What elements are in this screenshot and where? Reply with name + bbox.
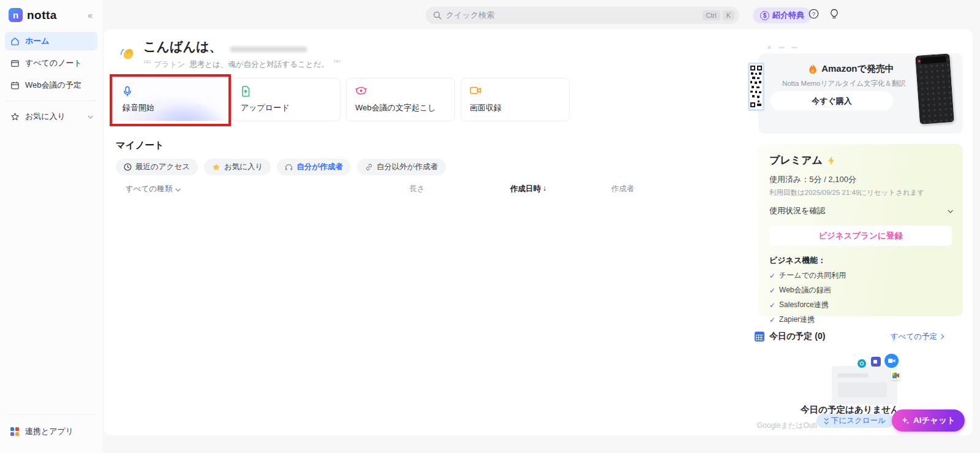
ai-chat-label: AIチャット: [913, 415, 956, 426]
sidebar-item-label: すべてのノート: [25, 58, 82, 69]
all-schedule-link[interactable]: すべての予定: [891, 332, 943, 342]
home-icon: [10, 37, 20, 46]
screen-record-card[interactable]: 画面収録: [461, 78, 570, 121]
all-schedule-label: すべての予定: [891, 332, 937, 342]
fire-icon: [809, 64, 817, 74]
mynotes-title: マイノート: [116, 139, 164, 152]
close-icon: ×: [767, 43, 772, 52]
feature-label: Zapier連携: [779, 314, 815, 325]
sidebar: n notta « ホーム すべてのノート Web会議の予定 お気に入り: [0, 0, 102, 453]
headphones-icon: [285, 164, 293, 171]
business-features-title: ビジネス機能：: [769, 255, 952, 266]
daily-quote: ““ プラトン 思考とは、魂が自分と対話することだ。 ””: [143, 59, 339, 70]
feature-item: ✓Web会議の録画: [769, 285, 952, 295]
sidebar-divider: [6, 101, 96, 101]
sidebar-item-integrations[interactable]: 連携とアプリ: [5, 422, 97, 441]
star-filled-icon: [212, 163, 221, 171]
action-label: 画面収録: [470, 102, 560, 113]
meeting-bot-icon: [355, 86, 367, 96]
schedule-calendar-icon: [755, 332, 764, 341]
scroll-down-button[interactable]: 下にスクロール: [816, 414, 894, 428]
filter-label: お気に入り: [224, 162, 263, 172]
usage-status-toggle[interactable]: 使用状況を確認: [769, 205, 952, 216]
check-icon: ✓: [769, 301, 775, 310]
chevron-down-icon: [948, 208, 952, 213]
key-ctrl: Ctrl: [703, 10, 720, 20]
hint-left: GoogleまたはOutl: [757, 421, 817, 431]
referral-label: 紹介特典: [772, 10, 804, 21]
feature-label: Web会議の録画: [779, 285, 831, 295]
sidebar-item-favorites[interactable]: お気に入り: [5, 107, 97, 126]
feature-label: Salesforce連携: [779, 300, 829, 310]
ai-chat-button[interactable]: AIチャット: [892, 409, 965, 432]
buy-now-button[interactable]: 今すぐ購入: [771, 91, 893, 110]
check-icon: ✓: [769, 272, 775, 280]
upload-card[interactable]: アップロード: [232, 78, 341, 121]
upload-file-icon: [241, 86, 251, 97]
microphone-icon: [123, 86, 132, 97]
premium-title: プレミアム: [769, 153, 823, 167]
notes-icon: [10, 59, 20, 68]
search-placeholder: クイック検索: [446, 10, 494, 21]
sidebar-footer-divider: [7, 414, 95, 415]
google-meet-icon: [891, 371, 900, 380]
double-chevron-down-icon: [824, 417, 827, 424]
search-shortcut: Ctrl K: [703, 10, 734, 20]
action-label: 録音開始: [123, 102, 217, 113]
promo-subtitle: Notta Memoリアルタイム文字化＆翻訳: [768, 79, 920, 88]
web-meeting-transcribe-card[interactable]: Web会議の文字起こし: [346, 78, 455, 121]
filter-created-by-me[interactable]: 自分が作成者: [277, 159, 350, 175]
sidebar-item-home[interactable]: ホーム: [5, 32, 97, 50]
mynotes-filters: 最近のアクセス お気に入り 自分が作成者 自分以外が作成者: [116, 159, 446, 175]
search-input[interactable]: クイック検索 Ctrl K: [426, 7, 739, 24]
quote-author: プラトン: [154, 59, 185, 70]
promo-close-button[interactable]: ×: [767, 43, 797, 52]
filter-favorites[interactable]: お気に入り: [204, 159, 271, 175]
start-recording-card[interactable]: 録音開始: [113, 78, 226, 121]
promo-title: Amazonで発売中: [821, 63, 894, 75]
teams-icon: [871, 357, 881, 367]
screen-record-icon: [470, 86, 481, 95]
feature-item: ✓Zapier連携: [769, 314, 952, 325]
apps-grid-icon: [10, 427, 20, 436]
column-header-length[interactable]: 長さ: [409, 184, 424, 194]
notta-memo-promo-banner[interactable]: × Amazonで発売中 Notta Memoリアルタイム文字化＆翻訳 今すぐ購…: [758, 53, 963, 134]
type-filter-label: すべての種類: [126, 184, 172, 194]
calendar-icon: [10, 81, 20, 90]
filter-label: 自分以外が作成者: [377, 162, 438, 172]
promo-dash: [778, 47, 785, 48]
help-icon[interactable]: ?: [809, 9, 819, 21]
filter-created-by-others[interactable]: 自分以外が作成者: [357, 159, 446, 175]
greeting-section: こんばんは、 ““ プラトン 思考とは、魂が自分と対話することだ。 ””: [119, 38, 339, 70]
feature-item: ✓Salesforce連携: [769, 300, 952, 310]
qr-code: [748, 63, 764, 111]
referral-bonus-button[interactable]: $ 紹介特典: [753, 7, 812, 23]
business-plan-signup-button[interactable]: ビジネスプランに登録: [769, 226, 952, 246]
column-header-created-at[interactable]: 作成日時 ↓: [510, 184, 546, 194]
column-label: 作成日時: [510, 184, 541, 194]
filter-label: 最近のアクセス: [135, 162, 190, 172]
scroll-down-label: 下にスクロール: [831, 416, 886, 426]
filter-recent-access[interactable]: 最近のアクセス: [116, 159, 198, 175]
svg-text:?: ?: [812, 11, 815, 17]
sparkle-icon: [901, 416, 910, 425]
promo-dash: [791, 47, 797, 48]
sidebar-item-label: お気に入り: [25, 111, 66, 122]
sidebar-item-all-notes[interactable]: すべてのノート: [5, 54, 97, 72]
lightbulb-icon[interactable]: [829, 9, 839, 22]
greeting-title: こんばんは、: [143, 38, 222, 55]
lightning-icon: [827, 156, 835, 166]
coin-icon: $: [760, 11, 769, 20]
sidebar-collapse-button[interactable]: «: [85, 9, 95, 21]
action-label: アップロード: [241, 102, 331, 113]
notta-memo-device-image: [915, 53, 954, 124]
usage-text: 使用済み：5分 / 2,100分: [769, 174, 952, 185]
column-header-creator[interactable]: 作成者: [611, 184, 635, 194]
sort-desc-icon: ↓: [543, 184, 546, 194]
type-filter-dropdown[interactable]: すべての種類: [126, 184, 179, 194]
empty-schedule-illustration: [832, 366, 897, 405]
sidebar-item-meeting-schedule[interactable]: Web会議の予定: [5, 76, 97, 94]
waving-hand-icon: [119, 45, 137, 64]
schedule-title: 今日の予定 (0): [769, 331, 825, 342]
action-label: Web会議の文字起こし: [355, 102, 446, 113]
